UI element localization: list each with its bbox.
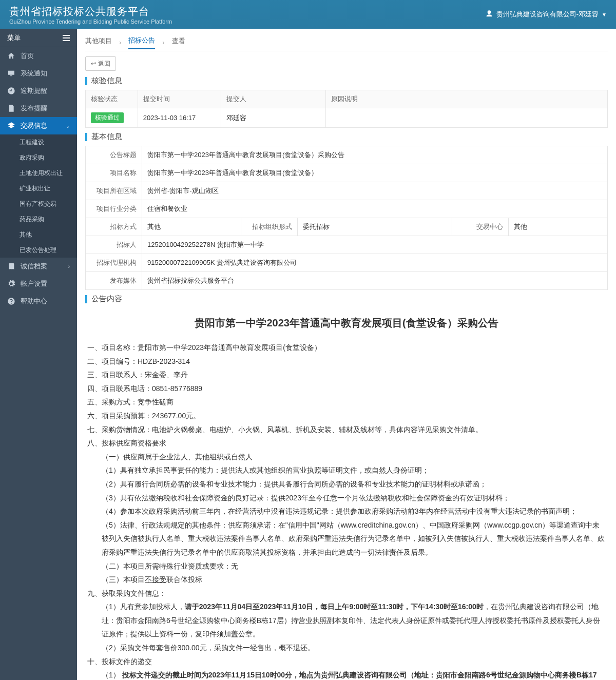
sidebar-submenu: 工程建设政府采购土地使用权出让矿业权出让国有产权交易药品采购其他已发公告处理 xyxy=(0,134,77,258)
logo: 贵州省招标投标公共服务平台 GuiZhou Province Tendering… xyxy=(9,5,172,25)
info-key: 公告标题 xyxy=(86,146,142,164)
back-button[interactable]: ↩ 返回 xyxy=(85,56,116,71)
table-row: 发布媒体贵州省招标投标公共服务平台 xyxy=(86,272,608,290)
home-icon xyxy=(7,52,15,60)
doc-line: （4）参加本次政府采购活动前三年内，在经营活动中没有违法违规记录：提供参加政府采… xyxy=(87,504,606,518)
doc-line: 七、采购货物情况：电池炉火锅餐桌、电磁炉、小火锅、风幕机、拆机及安装、辅材及线材… xyxy=(87,423,606,437)
document-body: 贵阳市第一中学2023年普通高中教育发展项目(食堂设备）采购公告 一、项目名称：… xyxy=(85,308,608,680)
sidebar-item-label: 诚信档案 xyxy=(21,262,47,271)
sidebar-item[interactable]: 交易信息⌄ xyxy=(0,117,77,134)
k-bidmethod: 招标方式 xyxy=(86,218,142,236)
app-title-cn: 贵州省招标投标公共服务平台 xyxy=(9,5,172,18)
sidebar-subitem[interactable]: 矿业权出让 xyxy=(0,181,77,196)
doc-line: 三、项目联系人：宋金委、李丹 xyxy=(87,368,606,382)
crumb-1[interactable]: 招标公告 xyxy=(128,36,155,49)
basic-panel: 基本信息 公告标题贵阳市第一中学2023年普通高中教育发展项目(食堂设备）采购公… xyxy=(85,132,608,290)
doc-line: （2）具有履行合同所必需的设备和专业技术能力：提供具备履行合同所必需的设备和专业… xyxy=(87,477,606,491)
doc-line: 二、项目编号：HDZB-2023-314 xyxy=(87,355,606,368)
topbar: 贵州省招标投标公共服务平台 GuiZhou Province Tendering… xyxy=(0,0,616,29)
crumb-sep: › xyxy=(119,38,121,46)
table-row: 招标代理机构91520000722109905K 贵州弘典建设咨询有限公司 xyxy=(86,254,608,272)
cell-status: 核验通过 xyxy=(86,108,138,128)
info-val: 贵州省招标投标公共服务平台 xyxy=(142,272,608,290)
table-row: 招标人12520100429252278N 贵阳市第一中学 xyxy=(86,236,608,254)
sidebar-item[interactable]: 逾期提醒 xyxy=(0,82,77,100)
cell-person: 邓廷容 xyxy=(221,108,325,128)
doc-line: （一）供应商属于企业法人、其他组织或自然人 xyxy=(87,450,606,464)
chevron-down-icon: ▼ xyxy=(602,12,607,17)
app-title-en: GuiZhou Province Tendering and Bidding P… xyxy=(9,18,172,25)
gear-icon xyxy=(7,280,15,288)
info-key: 项目行业分类 xyxy=(86,200,142,218)
title-bar-icon xyxy=(85,295,87,303)
user-label: 贵州弘典建设咨询有限公司-邓廷容 xyxy=(496,10,599,19)
info-val: 12520100429252278N 贵阳市第一中学 xyxy=(142,236,608,254)
verify-table: 核验状态 提交时间 提交人 原因说明 核验通过 2023-11-03 16:17… xyxy=(85,90,608,128)
back-icon: ↩ xyxy=(91,60,96,67)
k-center: 交易中心 xyxy=(452,218,508,236)
th-reason: 原因说明 xyxy=(325,90,607,108)
sidebar-subitem[interactable]: 药品采购 xyxy=(0,211,77,227)
chevron-down-icon: ⌄ xyxy=(66,123,70,129)
title-bar-icon xyxy=(85,77,87,85)
hamburger-icon xyxy=(63,35,70,41)
user-menu[interactable]: 贵州弘典建设咨询有限公司-邓廷容 ▼ xyxy=(485,10,607,20)
doc-line: （1） 投标文件递交的截止时间为2023年11月15日10时00分，地点为贵州弘… xyxy=(87,668,606,680)
sidebar-item[interactable]: 发布提醒 xyxy=(0,100,77,117)
info-key: 项目所在区域 xyxy=(86,182,142,200)
table-row: 招标方式 其他 招标组织形式 委托招标 交易中心 其他 xyxy=(86,218,608,236)
doc-line: （二）本项目所需特殊行业资质或要求：无 xyxy=(87,559,606,573)
sidebar-item[interactable]: 系统通知 xyxy=(0,65,77,82)
info-val: 住宿和餐饮业 xyxy=(142,200,608,218)
info-val: 贵阳市第一中学2023年普通高中教育发展项目(食堂设备） xyxy=(142,164,608,182)
table-row: 项目名称贵阳市第一中学2023年普通高中教育发展项目(食堂设备） xyxy=(86,164,608,182)
doc-line: （3）具有依法缴纳税收和社会保障资金的良好记录：提供2023年至今任意一个月依法… xyxy=(87,491,606,505)
user-icon xyxy=(485,10,493,20)
info-key: 发布媒体 xyxy=(86,272,142,290)
crumb-0[interactable]: 其他项目 xyxy=(85,36,112,49)
doc-line: （三）本项目不接受联合体投标 xyxy=(87,573,606,587)
cell-time: 2023-11-03 16:17 xyxy=(138,108,221,128)
sidebar-header[interactable]: 菜单 xyxy=(0,29,77,47)
sidebar-subitem[interactable]: 政府采购 xyxy=(0,150,77,165)
doc-line: 五、采购方式：竞争性磋商 xyxy=(87,395,606,409)
doc-line: 十、投标文件的递交 xyxy=(87,655,606,669)
back-label: 返回 xyxy=(98,60,110,68)
sidebar-subitem[interactable]: 已发公告处理 xyxy=(0,242,77,258)
sidebar-subitem[interactable]: 国有产权交易 xyxy=(0,196,77,211)
breadcrumb: 其他项目 › 招标公告 › 查看 xyxy=(85,34,608,51)
k-orgform: 招标组织形式 xyxy=(241,218,298,236)
info-key: 招标人 xyxy=(86,236,142,254)
verify-panel: 核验信息 核验状态 提交时间 提交人 原因说明 核验通过 2023-11-03 … xyxy=(85,76,608,128)
sidebar-item[interactable]: 帐户设置 xyxy=(0,275,77,293)
doc-line: 四、项目联系电话：0851-85776889 xyxy=(87,382,606,396)
sidebar-subitem[interactable]: 其他 xyxy=(0,227,77,242)
chevron-right-icon: › xyxy=(68,264,70,269)
info-val: 贵阳市第一中学2023年普通高中教育发展项目(食堂设备）采购公告 xyxy=(142,146,608,164)
table-row: 项目所在区域贵州省-贵阳市-观山湖区 xyxy=(86,182,608,200)
sidebar-item[interactable]: 首页 xyxy=(0,47,77,65)
sidebar-item-label: 帐户设置 xyxy=(21,279,47,288)
th-status: 核验状态 xyxy=(86,90,138,108)
toolbar: ↩ 返回 xyxy=(85,56,608,71)
v-center: 其他 xyxy=(508,218,607,236)
sidebar-item-label: 交易信息 xyxy=(21,121,47,130)
panel-title: 公告内容 xyxy=(85,294,608,304)
doc-line: （1）具有独立承担民事责任的能力：提供法人或其他组织的营业执照等证明文件，或自然… xyxy=(87,463,606,477)
menu-label: 菜单 xyxy=(7,33,21,43)
v-bidmethod: 其他 xyxy=(142,218,241,236)
sidebar-subitem[interactable]: 工程建设 xyxy=(0,134,77,150)
table-row: 公告标题贵阳市第一中学2023年普通高中教育发展项目(食堂设备）采购公告 xyxy=(86,146,608,164)
th-time: 提交时间 xyxy=(138,90,221,108)
sidebar-item[interactable]: 帮助中心 xyxy=(0,293,77,310)
sidebar-subitem[interactable]: 土地使用权出让 xyxy=(0,165,77,181)
doc-line: （5）法律、行政法规规定的其他条件：供应商须承诺：在"信用中国"网站（www.c… xyxy=(87,518,606,559)
verify-title: 核验信息 xyxy=(91,76,122,86)
cell-reason xyxy=(325,108,607,128)
sidebar-menu: 首页系统通知逾期提醒发布提醒交易信息⌄工程建设政府采购土地使用权出让矿业权出让国… xyxy=(0,47,77,310)
main-content: 其他项目 › 招标公告 › 查看 ↩ 返回 核验信息 核验状态 提交时间 提交人 xyxy=(77,29,616,680)
sidebar-item[interactable]: 诚信档案› xyxy=(0,258,77,275)
crumb-2[interactable]: 查看 xyxy=(172,36,185,49)
sidebar-item-label: 首页 xyxy=(21,51,34,61)
monitor-icon xyxy=(7,69,15,77)
